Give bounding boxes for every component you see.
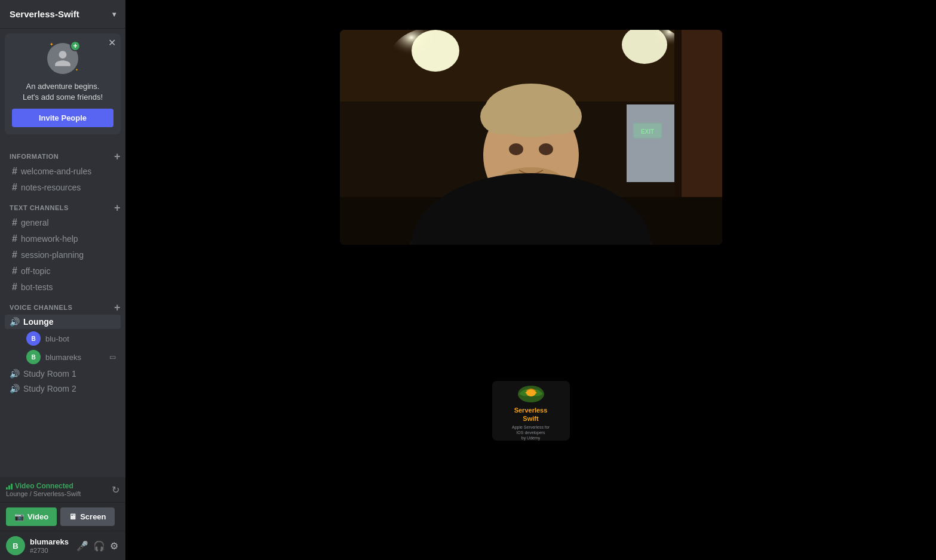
svg-rect-9 xyxy=(627,104,680,182)
invite-people-button[interactable]: Invite People xyxy=(12,109,113,127)
hash-icon: # xyxy=(12,166,17,177)
voice-controls: 📷 Video 🖥 Screen xyxy=(0,503,125,531)
signal-icon xyxy=(6,482,13,490)
settings-icon[interactable]: ⚙ xyxy=(109,539,119,553)
channel-name: bot-tests xyxy=(21,282,53,292)
sparkle-icon: ✦ xyxy=(50,42,54,47)
channel-name: off-topic xyxy=(21,266,51,276)
main-content: EXIT xyxy=(125,0,936,560)
video-container: EXIT xyxy=(340,30,722,245)
bottom-bar: Video Connected Lounge / Serverless-Swif… xyxy=(0,477,125,560)
add-voice-channel-icon[interactable]: + xyxy=(114,302,121,313)
section-voice-channels-label: VOICE CHANNELS xyxy=(10,304,72,311)
invite-text: An adventure begins. Let's add some frie… xyxy=(23,81,103,103)
sidebar: Serverless-Swift ▾ ✕ + ✦ ✦ An adventure … xyxy=(0,0,125,560)
channel-name: session-planning xyxy=(21,250,84,260)
speaker-icon: 🔊 xyxy=(10,384,20,393)
reconnect-icon[interactable]: ↻ xyxy=(112,484,119,496)
member-name: blumareks xyxy=(45,353,81,362)
add-friend-icon: + xyxy=(70,41,81,51)
hash-icon: # xyxy=(12,182,17,193)
avatar: B xyxy=(6,536,25,555)
channel-name: Lounge xyxy=(23,317,54,327)
user-info: blumareks #2730 xyxy=(30,537,70,554)
section-information-label: INFORMATION xyxy=(10,153,59,160)
voice-channel-study-room-2[interactable]: 🔊 Study Room 2 xyxy=(5,381,121,396)
server-name: Serverless-Swift xyxy=(10,9,79,19)
voice-connected-panel: Video Connected Lounge / Serverless-Swif… xyxy=(0,477,125,503)
close-icon[interactable]: ✕ xyxy=(108,38,116,48)
section-information[interactable]: INFORMATION + xyxy=(0,149,125,163)
channel-name: homework-help xyxy=(21,234,78,244)
video-feed: EXIT xyxy=(340,30,722,245)
hash-icon: # xyxy=(12,233,17,244)
add-information-channel-icon[interactable]: + xyxy=(114,151,121,162)
speaker-icon: 🔊 xyxy=(10,369,20,379)
channel-name: Study Room 1 xyxy=(23,369,76,379)
section-text-channels[interactable]: TEXT CHANNELS + xyxy=(0,200,125,214)
serverless-swift-logo: ServerlessSwift Apple Serverless forIOS … xyxy=(512,381,550,441)
channel-general[interactable]: # general xyxy=(5,215,121,230)
hash-icon: # xyxy=(12,266,17,276)
logo-text-sub: Apple Serverless forIOS developersby Ude… xyxy=(512,424,550,441)
voice-connected-info: Video Connected Lounge / Serverless-Swif… xyxy=(6,482,81,497)
member-name: blu-bot xyxy=(45,334,69,343)
hash-icon: # xyxy=(12,217,17,228)
voice-member-blu-bot[interactable]: B blu-bot xyxy=(5,330,121,347)
channel-homework-help[interactable]: # homework-help xyxy=(5,231,121,247)
screen-share-button[interactable]: 🖥 Screen xyxy=(60,507,114,526)
avatar: B xyxy=(26,350,41,364)
channel-off-topic[interactable]: # off-topic xyxy=(5,263,121,279)
secondary-video: ServerlessSwift Apple Serverless forIOS … xyxy=(492,381,570,441)
server-header[interactable]: Serverless-Swift ▾ xyxy=(0,0,125,29)
video-camera-icon: 📷 xyxy=(14,512,24,521)
channel-welcome-and-rules[interactable]: # welcome-and-rules xyxy=(5,164,121,179)
user-panel: B blumareks #2730 🎤 🎧 ⚙ xyxy=(0,531,125,560)
svg-point-3 xyxy=(412,30,459,72)
channel-notes-resources[interactable]: # notes-resources xyxy=(5,180,121,195)
voice-status: Video Connected xyxy=(6,482,81,490)
chevron-down-icon: ▾ xyxy=(112,10,116,19)
video-background: EXIT xyxy=(340,30,722,245)
speaker-icon: 🔊 xyxy=(10,317,20,327)
channel-bot-tests[interactable]: # bot-tests xyxy=(5,279,121,295)
video-person-svg: EXIT xyxy=(340,30,722,245)
section-text-channels-label: TEXT CHANNELS xyxy=(10,204,69,211)
logo-text-main: ServerlessSwift xyxy=(514,406,548,423)
person-icon xyxy=(53,49,72,68)
video-icon: ▭ xyxy=(109,353,116,361)
avatar-container: + ✦ ✦ xyxy=(45,41,81,76)
mute-icon[interactable]: 🎤 xyxy=(75,539,90,553)
screen-icon: 🖥 xyxy=(69,512,76,521)
voice-channel-lounge[interactable]: 🔊 Lounge xyxy=(5,315,121,329)
voice-member-blumareks[interactable]: B blumareks ▭ xyxy=(5,348,121,366)
voice-location: Lounge / Serverless-Swift xyxy=(6,490,81,497)
user-discriminator: #2730 xyxy=(30,547,70,554)
svg-point-18 xyxy=(540,99,582,134)
add-text-channel-icon[interactable]: + xyxy=(114,202,121,213)
channel-name: welcome-and-rules xyxy=(21,167,91,176)
channel-name: notes-resources xyxy=(21,183,81,192)
hash-icon: # xyxy=(12,282,17,293)
svg-point-17 xyxy=(480,99,522,134)
section-voice-channels[interactable]: VOICE CHANNELS + xyxy=(0,300,125,314)
voice-channel-study-room-1[interactable]: 🔊 Study Room 1 xyxy=(5,367,121,381)
headset-icon[interactable]: 🎧 xyxy=(92,539,106,553)
channel-session-planning[interactable]: # session-planning xyxy=(5,247,121,263)
sparkle-icon-2: ✦ xyxy=(75,67,78,72)
channel-name: Study Room 2 xyxy=(23,384,76,393)
username: blumareks xyxy=(30,537,70,547)
video-button[interactable]: 📷 Video xyxy=(6,507,57,526)
svg-point-20 xyxy=(539,143,553,155)
channel-name: general xyxy=(21,218,49,227)
invite-card: ✕ + ✦ ✦ An adventure begins. Let's add s… xyxy=(5,33,121,134)
avatar: B xyxy=(26,331,41,346)
channel-list: INFORMATION + # welcome-and-rules # note… xyxy=(0,139,125,477)
logo-svg xyxy=(516,381,546,405)
user-panel-actions: 🎤 🎧 ⚙ xyxy=(75,539,119,553)
hash-icon: # xyxy=(12,250,17,260)
svg-point-19 xyxy=(509,143,523,155)
